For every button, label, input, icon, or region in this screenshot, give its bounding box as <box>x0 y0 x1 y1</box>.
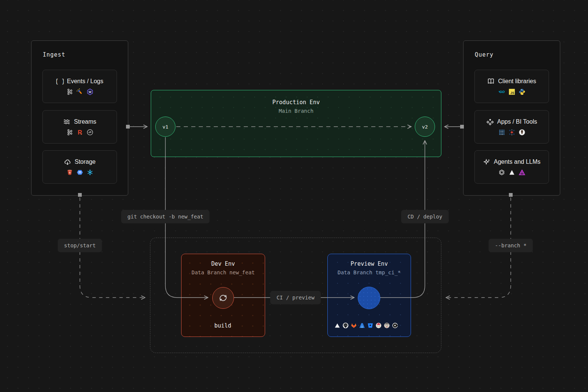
streams-card: Streams R <box>42 110 117 144</box>
book-icon <box>487 78 495 85</box>
ingest-panel: Ingest { } Events / Logs W Streams R Sto… <box>31 40 128 196</box>
ingest-panel-title: Ingest <box>43 51 65 58</box>
refresh-icon <box>217 292 230 304</box>
braces-icon: { } <box>56 78 64 85</box>
apps-bi-tools-icon-row <box>498 129 525 136</box>
github-icon <box>342 322 349 329</box>
svg-text:R: R <box>78 129 82 136</box>
preview-env-subtitle: Data Branch tmp_ci_* <box>328 269 411 275</box>
cloud-download-icon <box>64 158 71 166</box>
client-libraries-card: Client libraries GOJS <box>474 70 549 103</box>
svg-text:GO: GO <box>499 90 504 94</box>
tableau-icon <box>508 129 515 136</box>
node-v1: v1 <box>155 117 176 137</box>
client-libraries-label: Client libraries <box>487 78 536 85</box>
kafka-icon <box>66 88 73 95</box>
travis-icon <box>375 322 382 329</box>
storage-text: Storage <box>75 159 96 165</box>
svg-text:{ }: { } <box>56 78 64 85</box>
ci-preview-pill: CI / preview <box>270 291 321 304</box>
preview-env-title: Preview Env <box>328 260 411 267</box>
agents-llms-label: Agents and LLMs <box>483 158 541 166</box>
events-logs-text: Events / Logs <box>67 78 104 85</box>
redpanda-icon: R <box>76 129 83 136</box>
jenkins-icon <box>384 322 390 329</box>
build-label: build <box>181 322 264 329</box>
node-v2: v2 <box>415 117 435 137</box>
azure-icon <box>359 322 365 329</box>
dev-env-title: Dev Env <box>182 260 265 267</box>
agent-prism-icon <box>519 169 525 176</box>
openai-icon <box>498 169 505 176</box>
kafka-icon <box>66 129 73 136</box>
events-logs-card: { } Events / Logs W <box>42 70 117 103</box>
storage-icon-row <box>66 169 93 176</box>
git-checkout-pill: git checkout -b new_feat <box>121 210 210 223</box>
build-circle <box>212 287 234 309</box>
agents-llms-card: Agents and LLMs <box>474 150 549 184</box>
apps-bi-tools-card: Apps / BI Tools <box>474 110 549 144</box>
query-panel-title: Query <box>475 51 494 58</box>
apps-bi-tools-label: Apps / BI Tools <box>486 118 537 126</box>
anthropic-icon <box>508 169 515 176</box>
circleci-icon <box>392 322 398 329</box>
agents-llms-text: Agents and LLMs <box>494 159 541 165</box>
svg-text:JS: JS <box>510 91 514 95</box>
bitbucket-icon <box>367 322 374 329</box>
node-v1-label: v1 <box>162 124 168 130</box>
events-logs-label: { } Events / Logs <box>56 78 104 85</box>
events-logs-icon-row: W <box>66 88 93 95</box>
javascript-icon: JS <box>508 88 515 95</box>
metabase-icon <box>498 129 505 136</box>
diagram-canvas: Ingest { } Events / Logs W Streams R Sto… <box>0 0 588 392</box>
node-v2-label: v2 <box>422 124 428 130</box>
stop-start-pill: stop/start <box>58 239 102 252</box>
apps-bi-tools-text: Apps / BI Tools <box>497 118 537 125</box>
svg-text:W: W <box>88 90 92 94</box>
warpstream-icon: W <box>87 88 93 95</box>
query-panel: Query Client libraries GOJS Apps / BI To… <box>463 40 560 196</box>
go-icon: GO <box>498 88 505 95</box>
streams-label: Streams <box>63 118 96 126</box>
streams-text: Streams <box>74 118 96 125</box>
preview-node-circle <box>358 287 380 309</box>
storage-card: Storage <box>42 150 117 184</box>
s3-icon <box>66 169 73 176</box>
sparkles-icon <box>483 158 490 166</box>
client-libraries-icon-row: GOJS <box>498 88 525 95</box>
ci-providers-icon-row <box>334 322 398 329</box>
production-env-title: Production Env <box>151 99 441 106</box>
python-icon <box>519 88 525 95</box>
snowflake-icon <box>87 169 93 176</box>
waves-icon <box>63 118 70 126</box>
production-env-subtitle: Main Branch <box>151 108 441 114</box>
client-libraries-text: Client libraries <box>498 78 536 85</box>
pulsar-icon <box>87 129 93 136</box>
cd-deploy-pill: CD / deploy <box>401 210 449 223</box>
bi-avatar-icon <box>519 129 525 136</box>
vercel-icon <box>334 322 340 329</box>
diamonds-icon <box>486 118 494 126</box>
branch-flag-pill: --branch * <box>489 239 533 252</box>
gcs-icon <box>76 169 83 176</box>
production-env-box: Production Env Main Branch <box>151 90 441 157</box>
storage-label: Storage <box>64 158 96 166</box>
agents-llms-icon-row <box>498 169 525 176</box>
dev-env-subtitle: Data Branch new_feat <box>182 269 265 275</box>
streams-icon-row: R <box>66 129 93 136</box>
gitlab-icon <box>351 322 357 329</box>
torch-icon <box>76 88 83 95</box>
